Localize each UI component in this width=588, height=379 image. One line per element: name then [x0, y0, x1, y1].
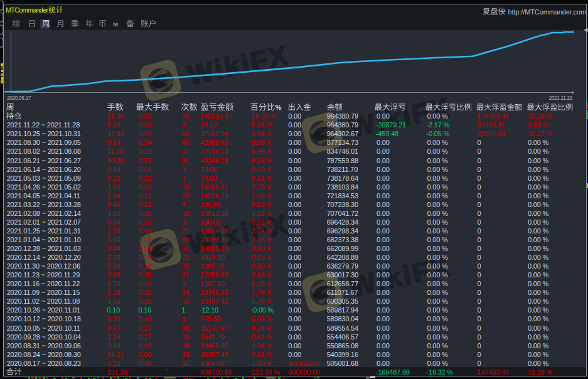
svg-text:0.00: 0.00 [288, 297, 301, 305]
svg-text:15: 15 [182, 183, 190, 191]
svg-text:0.03 %: 0.03 % [252, 201, 272, 208]
svg-text:0.00: 0.00 [288, 112, 301, 120]
svg-text:0.02 %: 0.02 % [252, 218, 272, 226]
svg-text:2021.05.03 ~ 2021.05.09: 2021.05.03 ~ 2021.05.09 [7, 174, 81, 182]
svg-text:696428.34: 696428.34 [327, 218, 358, 226]
svg-text:11.22: 11.22 [107, 147, 124, 155]
svg-text:34203.47: 34203.47 [478, 121, 505, 129]
svg-text:3.55 %: 3.55 % [528, 121, 548, 129]
svg-text:0.00: 0.00 [288, 254, 301, 261]
svg-text:0.00: 0.00 [288, 271, 301, 279]
svg-text:2.04 %: 2.04 % [252, 227, 272, 235]
svg-text:2.06 %: 2.06 % [252, 192, 272, 200]
svg-text:0: 0 [478, 201, 481, 208]
svg-text:0.00: 0.00 [288, 139, 301, 146]
svg-text:3.10 %: 3.10 % [252, 245, 272, 252]
svg-text:0.30: 0.30 [107, 280, 120, 287]
svg-text:-0.00 %: -0.00 % [251, 306, 274, 314]
svg-text:0.00: 0.00 [288, 245, 301, 252]
svg-text:4: 4 [182, 201, 186, 208]
svg-text:131.24: 131.24 [107, 368, 128, 376]
svg-text:589817.94: 589817.94 [327, 306, 358, 314]
svg-text:0.00 %: 0.00 % [427, 280, 448, 287]
svg-text:%: % [275, 104, 282, 111]
svg-text:2020.11.23 ~ 2020.11.29: 2020.11.23 ~ 2020.11.29 [7, 271, 80, 279]
svg-text:20283.39: 20283.39 [200, 236, 228, 243]
svg-text:0: 0 [478, 333, 481, 341]
svg-text:630017.30: 630017.30 [327, 271, 358, 279]
svg-text:0.93 %: 0.93 % [252, 254, 272, 261]
svg-text:47186.13: 47186.13 [200, 147, 228, 155]
svg-text:0: 0 [478, 157, 481, 164]
svg-text:0.00 %: 0.00 % [528, 227, 548, 235]
svg-text:0.10: 0.10 [139, 254, 152, 261]
svg-text:0: 0 [478, 192, 481, 200]
svg-text:0.00 %: 0.00 % [427, 262, 448, 270]
svg-text:0.00 %: 0.00 % [427, 183, 448, 191]
svg-text:0.00 %: 0.00 % [427, 210, 448, 217]
svg-text:0.00 %: 0.00 % [427, 166, 448, 173]
svg-text:0.00 %: 0.00 % [528, 289, 548, 296]
svg-text:9.60: 9.60 [107, 139, 120, 146]
svg-text:0.25: 0.25 [139, 271, 152, 279]
svg-text:0.22: 0.22 [139, 157, 152, 164]
svg-text:0.10: 0.10 [139, 360, 152, 367]
svg-text:37: 37 [182, 271, 190, 279]
svg-text:0.00: 0.00 [377, 210, 390, 217]
svg-text:0.00: 0.00 [377, 254, 390, 261]
svg-text:0.00: 0.00 [288, 324, 301, 332]
svg-text:0: 0 [478, 297, 481, 305]
svg-text:2020.11.09 ~ 2020.11.15: 2020.11.09 ~ 2020.11.15 [7, 289, 80, 296]
svg-text:0: 0 [478, 315, 481, 323]
svg-text:0.10: 0.10 [139, 280, 152, 287]
svg-text:145319.87: 145319.87 [200, 112, 232, 120]
svg-text:0.00: 0.00 [377, 227, 390, 235]
svg-text:0.00: 0.00 [377, 236, 390, 243]
svg-text:8.97: 8.97 [107, 324, 120, 332]
svg-text:2020.12.14 ~ 2020.12.20: 2020.12.14 ~ 2020.12.20 [7, 254, 81, 261]
svg-text:0: 0 [478, 147, 481, 155]
svg-text:6.34 %: 6.34 % [252, 324, 272, 332]
svg-text:0.00 %: 0.00 % [427, 254, 448, 261]
svg-text:0.00: 0.00 [377, 112, 390, 120]
svg-text:738103.84: 738103.84 [327, 183, 358, 191]
svg-text:0.00 %: 0.00 % [528, 157, 548, 164]
svg-text:964302.67: 964302.67 [327, 130, 358, 137]
svg-text:2021.11.22 ~ 2021.11.28: 2021.11.22 ~ 2021.11.28 [7, 121, 80, 129]
svg-text:3541.49: 3541.49 [200, 333, 224, 341]
svg-text:0.30: 0.30 [107, 315, 120, 323]
svg-text:-2.17 %: -2.17 % [427, 121, 450, 129]
svg-text:2021.06.14 ~ 2021.06.20: 2021.06.14 ~ 2021.06.20 [7, 166, 81, 173]
svg-text:0.00: 0.00 [288, 289, 301, 296]
svg-text:0.00 %: 0.00 % [427, 342, 448, 350]
svg-text:1.94 %: 1.94 % [252, 342, 272, 350]
svg-text:0.00: 0.00 [377, 289, 390, 296]
svg-text:787559.88: 787559.88 [327, 157, 358, 164]
svg-text:0.00 %: 0.00 % [528, 324, 548, 332]
svg-text:35147.97: 35147.97 [200, 324, 228, 332]
svg-text:2020.10.12 ~ 2020.10.18: 2020.10.12 ~ 2020.10.18 [7, 315, 81, 323]
svg-text:0.10: 0.10 [107, 306, 120, 314]
svg-text:0.00 %: 0.00 % [427, 289, 448, 296]
svg-text:0: 0 [478, 139, 481, 146]
svg-text:3.10: 3.10 [107, 360, 120, 367]
svg-text:0: 0 [478, 271, 481, 279]
svg-text:0.27: 0.27 [139, 333, 152, 341]
svg-text:0.00: 0.00 [377, 333, 390, 341]
svg-text:1.79 %: 1.79 % [252, 289, 272, 296]
svg-text:707238.30: 707238.30 [327, 201, 358, 208]
svg-text:0.03: 0.03 [107, 166, 120, 173]
svg-text:0.01 %: 0.01 % [252, 174, 272, 182]
svg-text:0.00 %: 0.00 % [528, 351, 548, 358]
svg-text:74.80: 74.80 [200, 174, 217, 182]
svg-text:636279.79: 636279.79 [327, 262, 358, 270]
svg-text:0.00 %: 0.00 % [427, 245, 448, 252]
svg-text:0.00 %: 0.00 % [427, 112, 448, 120]
svg-text:14.01: 14.01 [107, 351, 124, 358]
svg-text:10487.41: 10487.41 [200, 297, 228, 305]
svg-text:0.00: 0.00 [377, 280, 390, 287]
svg-text:0: 0 [478, 360, 481, 367]
svg-text:3: 3 [182, 218, 186, 226]
svg-text:0.28: 0.28 [139, 121, 152, 129]
svg-text:0.22: 0.22 [139, 147, 152, 155]
